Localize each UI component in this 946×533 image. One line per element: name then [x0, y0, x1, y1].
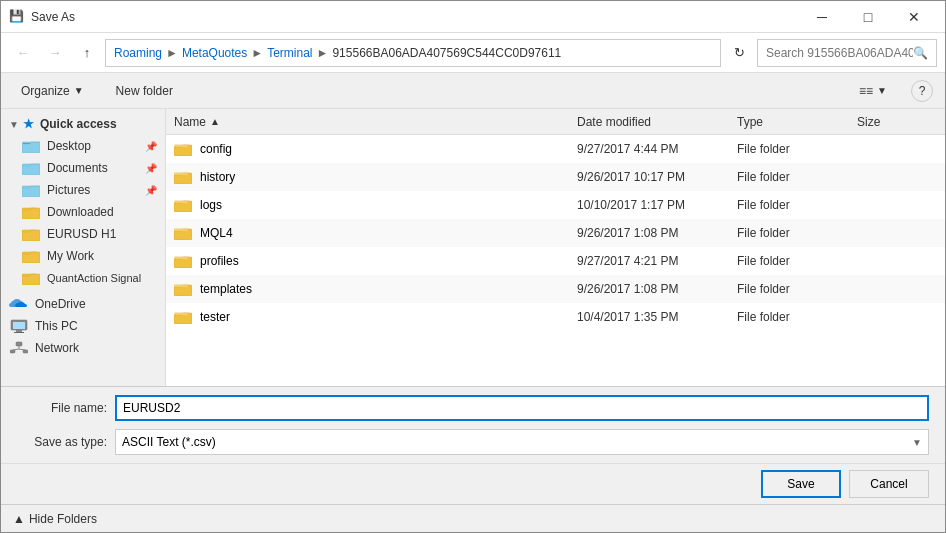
- hide-folders-bar: ▲ Hide Folders: [1, 504, 945, 532]
- folder-icon: [174, 169, 192, 185]
- file-rows-container: config 9/27/2017 4:44 PM File folder his…: [166, 135, 945, 331]
- organize-label: Organize: [21, 84, 70, 98]
- col-size-header[interactable]: Size: [857, 115, 937, 129]
- sidebar-quick-access-header[interactable]: ▼ ★ Quick access: [1, 113, 165, 135]
- address-bar: ← → ↑ Roaming ► MetaQuotes ► Terminal ► …: [1, 33, 945, 73]
- new-folder-label: New folder: [116, 84, 173, 98]
- file-name-text: config: [200, 142, 232, 156]
- table-row[interactable]: MQL4 9/26/2017 1:08 PM File folder: [166, 219, 945, 247]
- desktop-label: Desktop: [47, 139, 91, 153]
- pictures-icon: [21, 182, 41, 198]
- sidebar-item-desktop[interactable]: Desktop 📌: [1, 135, 165, 157]
- hide-folders-chevron-icon: ▲: [13, 512, 25, 526]
- table-row[interactable]: logs 10/10/2017 1:17 PM File folder: [166, 191, 945, 219]
- breadcrumb-metaquotes[interactable]: MetaQuotes: [182, 46, 247, 60]
- svg-rect-9: [13, 322, 25, 329]
- quantaction-label: QuantAction Signal: [47, 272, 141, 284]
- sort-arrow-icon: ▲: [210, 116, 220, 127]
- save-as-dialog: 💾 Save As ─ □ ✕ ← → ↑ Roaming ► MetaQuot…: [0, 0, 946, 533]
- breadcrumb-bar[interactable]: Roaming ► MetaQuotes ► Terminal ► 915566…: [105, 39, 721, 67]
- folder-icon: [174, 253, 192, 269]
- network-icon: [9, 340, 29, 356]
- downloaded-label: Downloaded: [47, 205, 114, 219]
- savetype-dropdown[interactable]: ASCII Text (*.csv) ▼: [115, 429, 929, 455]
- col-type-header[interactable]: Type: [737, 115, 857, 129]
- documents-icon: [21, 160, 41, 176]
- sidebar-item-thispc[interactable]: This PC: [1, 315, 165, 337]
- sidebar-item-eurusd[interactable]: EURUSD H1: [1, 223, 165, 245]
- cancel-button[interactable]: Cancel: [849, 470, 929, 498]
- svg-rect-31: [174, 313, 188, 315]
- breadcrumb-terminal[interactable]: Terminal: [267, 46, 312, 60]
- view-button[interactable]: ≡≡ ▼: [851, 80, 895, 102]
- minimize-button[interactable]: ─: [799, 1, 845, 33]
- refresh-button[interactable]: ↻: [725, 39, 753, 67]
- filename-label: File name:: [17, 401, 107, 415]
- sidebar-item-documents[interactable]: Documents 📌: [1, 157, 165, 179]
- sidebar-item-pictures[interactable]: Pictures 📌: [1, 179, 165, 201]
- new-folder-button[interactable]: New folder: [108, 80, 181, 102]
- table-row[interactable]: templates 9/26/2017 1:08 PM File folder: [166, 275, 945, 303]
- window-title: Save As: [31, 10, 799, 24]
- action-bar: Save Cancel: [1, 463, 945, 504]
- back-button[interactable]: ←: [9, 39, 37, 67]
- table-row[interactable]: tester 10/4/2017 1:35 PM File folder: [166, 303, 945, 331]
- bottom-bar: File name: Save as type: ASCII Text (*.c…: [1, 386, 945, 463]
- file-date: 10/4/2017 1:35 PM: [577, 310, 737, 324]
- table-row[interactable]: history 9/26/2017 10:17 PM File folder: [166, 163, 945, 191]
- folder-icon: [174, 141, 192, 157]
- col-date-header[interactable]: Date modified: [577, 115, 737, 129]
- svg-rect-21: [174, 173, 188, 175]
- organize-button[interactable]: Organize ▼: [13, 80, 92, 102]
- desktop-folder-icon: [21, 138, 41, 154]
- documents-label: Documents: [47, 161, 108, 175]
- network-label: Network: [35, 341, 79, 355]
- close-button[interactable]: ✕: [891, 1, 937, 33]
- help-button[interactable]: ?: [911, 80, 933, 102]
- col-name-header[interactable]: Name ▲: [174, 115, 577, 129]
- filename-input[interactable]: [115, 395, 929, 421]
- savetype-label: Save as type:: [17, 435, 107, 449]
- sidebar-item-downloaded[interactable]: Downloaded: [1, 201, 165, 223]
- hide-folders-label: Hide Folders: [29, 512, 97, 526]
- sidebar-item-network[interactable]: Network: [1, 337, 165, 359]
- file-type: File folder: [737, 142, 857, 156]
- svg-rect-23: [174, 201, 188, 203]
- sidebar-item-quantaction[interactable]: QuantAction Signal: [1, 267, 165, 289]
- main-area: ▼ ★ Quick access Desktop 📌: [1, 109, 945, 386]
- svg-rect-29: [174, 285, 188, 287]
- mywork-label: My Work: [47, 249, 94, 263]
- file-name-text: tester: [200, 310, 230, 324]
- svg-rect-19: [174, 145, 188, 147]
- search-bar: 🔍: [757, 39, 937, 67]
- up-button[interactable]: ↑: [73, 39, 101, 67]
- savetype-row: Save as type: ASCII Text (*.csv) ▼: [17, 429, 929, 455]
- quick-access-star-icon: ★: [23, 117, 34, 131]
- file-date: 9/27/2017 4:21 PM: [577, 254, 737, 268]
- view-chevron-icon: ▼: [877, 85, 887, 96]
- save-button[interactable]: Save: [761, 470, 841, 498]
- svg-line-16: [13, 349, 20, 350]
- breadcrumb-roaming[interactable]: Roaming: [114, 46, 162, 60]
- mywork-icon: [21, 248, 41, 264]
- maximize-button[interactable]: □: [845, 1, 891, 33]
- sidebar-item-mywork[interactable]: My Work: [1, 245, 165, 267]
- file-type: File folder: [737, 310, 857, 324]
- file-list: Name ▲ Date modified Type Size: [166, 109, 945, 386]
- eurusd-label: EURUSD H1: [47, 227, 116, 241]
- folder-icon: [174, 197, 192, 213]
- sidebar-item-onedrive[interactable]: OneDrive: [1, 293, 165, 315]
- file-name-text: profiles: [200, 254, 239, 268]
- hide-folders-button[interactable]: ▲ Hide Folders: [13, 512, 97, 526]
- window-icon: 💾: [9, 9, 25, 25]
- file-date: 9/27/2017 4:44 PM: [577, 142, 737, 156]
- search-input[interactable]: [766, 46, 913, 60]
- folder-icon: [174, 281, 192, 297]
- table-row[interactable]: profiles 9/27/2017 4:21 PM File folder: [166, 247, 945, 275]
- title-bar-controls: ─ □ ✕: [799, 1, 937, 33]
- table-row[interactable]: config 9/27/2017 4:44 PM File folder: [166, 135, 945, 163]
- title-bar: 💾 Save As ─ □ ✕: [1, 1, 945, 33]
- documents-pin-icon: 📌: [145, 163, 157, 174]
- onedrive-label: OneDrive: [35, 297, 86, 311]
- forward-button[interactable]: →: [41, 39, 69, 67]
